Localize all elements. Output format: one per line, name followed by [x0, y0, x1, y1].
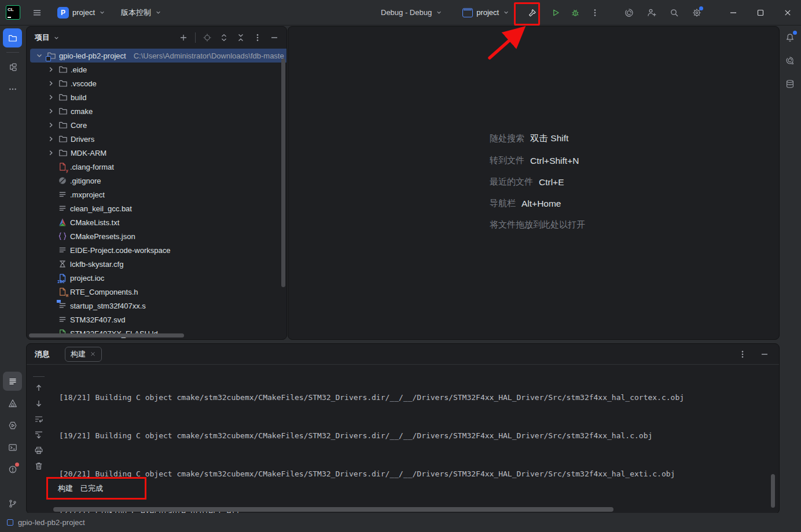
editor-area: 随处搜索双击 Shift 转到文件Ctrl+Shift+N 最近的文件Ctrl+… [288, 26, 780, 340]
tool-run-button[interactable] [3, 416, 22, 435]
tree-item-folder[interactable]: build [27, 90, 286, 104]
run-configuration-selector[interactable]: Debug - Debug [377, 6, 446, 19]
console-line: [18/21] Building C object cmake/stm32cub… [59, 391, 771, 404]
locate-file-button[interactable] [200, 30, 215, 45]
project-horizontal-scrollbar[interactable] [29, 333, 184, 337]
divider [195, 32, 196, 43]
project-widget[interactable]: P project [54, 5, 109, 21]
chevron-right-icon [46, 120, 56, 130]
ai-assistant-button[interactable] [620, 4, 638, 21]
tree-item-file[interactable]: EIDE-Project.code-workspace [27, 243, 286, 257]
console-line: [19/21] Building C object cmake/stm32cub… [59, 430, 771, 442]
tool-git-button[interactable] [3, 494, 22, 513]
target-selector[interactable]: project [459, 6, 513, 20]
collapse-all-button[interactable] [233, 30, 248, 45]
more-actions-button[interactable] [586, 4, 604, 21]
database-button[interactable] [781, 75, 799, 93]
search-everywhere-button[interactable] [666, 4, 683, 21]
vcs-widget[interactable]: 版本控制 [117, 5, 166, 20]
tree-item-folder[interactable]: cmake [27, 104, 286, 118]
hide-panel-button[interactable] [756, 346, 773, 363]
debug-button[interactable] [567, 4, 584, 21]
tool-messages-button[interactable] [3, 372, 22, 391]
build-status-label: 构建 [58, 483, 73, 494]
tool-cmake-button[interactable] [3, 394, 22, 413]
shortcut-label: 导航栏 [490, 198, 516, 209]
build-button[interactable] [524, 4, 541, 21]
tool-problems-button[interactable] [3, 460, 22, 479]
minimize-icon [760, 350, 769, 359]
run-button[interactable] [547, 4, 564, 21]
tree-item-file[interactable]: y.clang-format [27, 160, 286, 174]
left-toolbar [0, 25, 25, 513]
play-icon [551, 8, 560, 17]
maximize-window-button[interactable] [747, 0, 774, 25]
divider [6, 52, 19, 53]
add-user-icon [647, 8, 656, 17]
status-project-name[interactable]: gpio-led-pb2-project [18, 518, 85, 527]
soft-wrap-button[interactable] [34, 414, 43, 424]
tree-item-folder[interactable]: MDK-ARM [27, 146, 286, 160]
tool-structure-button[interactable] [3, 57, 22, 76]
main-menu-button[interactable] [28, 4, 46, 21]
tree-item-file[interactable]: .mxproject [27, 188, 286, 201]
tree-item-file[interactable]: CMakePresets.json [27, 229, 286, 243]
scroll-to-end-icon [34, 430, 43, 439]
project-widget-label: project [72, 8, 95, 17]
minimize-window-button[interactable] [719, 0, 747, 25]
panel-options-button[interactable] [250, 30, 265, 45]
tree-item-file[interactable]: HRTE_Components.h [27, 285, 286, 299]
clion-logo: CL [6, 5, 20, 20]
project-vertical-scrollbar[interactable] [281, 58, 285, 287]
chevron-down-icon [155, 9, 162, 16]
tree-item-file[interactable]: STM32F407.svd [27, 313, 286, 326]
tree-item-folder[interactable]: .eide [27, 63, 286, 76]
scroll-to-end-button[interactable] [34, 430, 43, 439]
tree-item-file[interactable]: CMakeLists.txt [27, 215, 286, 229]
project-view-selector[interactable]: 项目 [35, 32, 60, 43]
chevron-down-icon [53, 34, 60, 42]
tree-item-folder[interactable]: Core [27, 118, 286, 132]
tree-item-file[interactable]: clean_keil_gcc.bat [27, 201, 286, 215]
tree-item-folder[interactable]: Drivers [27, 132, 286, 146]
more-tool-windows-button[interactable] [3, 79, 22, 98]
search-icon [670, 8, 679, 17]
tree-item-file[interactable]: lckfb-skystar.cfg [27, 257, 286, 271]
folder-icon [58, 120, 68, 130]
clear-all-button[interactable] [34, 461, 43, 471]
run-configuration-label: Debug - Debug [381, 8, 432, 17]
tool-project-button[interactable] [3, 28, 22, 47]
next-message-button[interactable] [34, 399, 43, 408]
notifications-button[interactable] [781, 29, 799, 46]
tree-item-file[interactable]: IOCproject.ioc [27, 271, 286, 285]
shortcut-label: 转到文件 [490, 155, 524, 166]
tool-terminal-button[interactable] [3, 438, 22, 457]
database-icon [785, 79, 795, 89]
terminal-icon [8, 443, 17, 452]
git-branch-icon [8, 499, 17, 508]
tree-item-folder[interactable]: .vscode [27, 76, 286, 90]
print-button[interactable] [34, 446, 43, 455]
messages-tool-window: 消息 构建 [18/21] Building C object cmake/st… [26, 343, 780, 514]
tree-item-root[interactable]: gpio-led-pb2-project C:\Users\Administra… [30, 49, 286, 63]
build-status-value: 已完成 [80, 483, 103, 494]
tree-item-file[interactable]: startup_stm32f407xx.s [27, 299, 286, 313]
hide-panel-button[interactable] [267, 30, 282, 45]
shortcut-keys: Ctrl+Shift+N [530, 156, 579, 166]
arrow-down-icon [34, 399, 43, 408]
ioc-file-icon: IOC [58, 273, 67, 282]
console-vertical-scrollbar[interactable] [771, 474, 775, 508]
console-horizontal-scrollbar[interactable] [53, 507, 613, 512]
chevron-right-icon [46, 107, 56, 116]
close-window-button[interactable] [774, 0, 801, 25]
panel-options-button[interactable] [734, 346, 751, 363]
code-with-me-button[interactable] [643, 4, 660, 21]
build-tab[interactable]: 构建 [65, 347, 102, 362]
add-button[interactable] [176, 30, 191, 45]
text-file-icon [58, 190, 67, 199]
tree-item-file[interactable]: .gitignore [27, 174, 286, 188]
expand-all-button[interactable] [216, 30, 232, 45]
settings-button[interactable] [688, 4, 706, 21]
previous-message-button[interactable] [34, 383, 43, 392]
ai-chat-button[interactable] [781, 52, 799, 69]
